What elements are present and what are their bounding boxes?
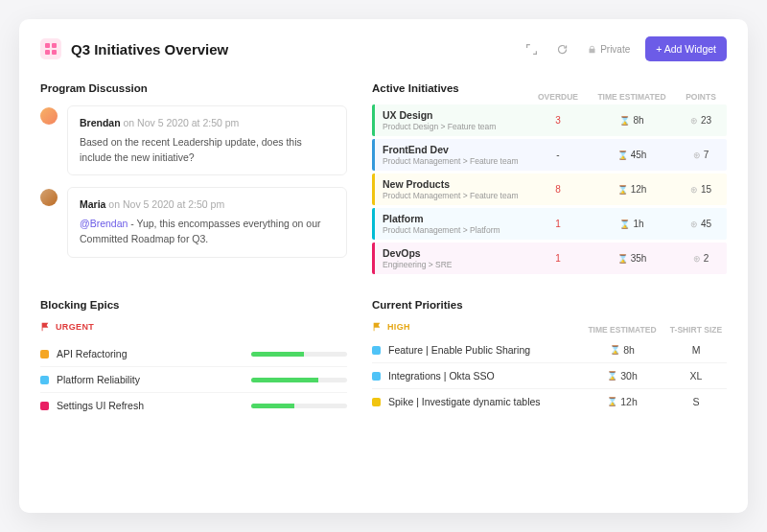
- overdue-value: 3: [527, 115, 589, 126]
- initiative-row[interactable]: PlatformProduct Management > Platform 1 …: [372, 208, 727, 240]
- time-value: ⌛12h: [589, 184, 675, 195]
- points-value: ⊛2: [675, 253, 727, 264]
- color-swatch: [40, 376, 49, 384]
- points-icon: ⊛: [690, 116, 698, 126]
- hourglass-icon: ⌛: [610, 345, 620, 355]
- points-value: ⊛7: [675, 150, 727, 160]
- time-value: ⌛12h: [579, 396, 665, 407]
- active-initiatives-panel: Active Initiatives OVERDUE TIME ESTIMATE…: [372, 82, 727, 274]
- points-icon: ⊛: [693, 254, 701, 264]
- time-value: ⌛1h: [589, 219, 675, 229]
- initiative-row[interactable]: New ProductsProduct Management > Feature…: [372, 173, 727, 205]
- hourglass-icon: ⌛: [619, 116, 630, 126]
- size-value: M: [665, 344, 727, 356]
- time-value: ⌛8h: [579, 344, 665, 356]
- page-title: Q3 Initiatives Overview: [71, 41, 228, 58]
- comment-body: Based on the recent Leadership update, d…: [80, 135, 335, 166]
- mention[interactable]: @Brendan: [80, 218, 128, 229]
- hourglass-icon: ⌛: [617, 185, 628, 195]
- overdue-value: 1: [527, 219, 589, 229]
- lock-icon: [588, 45, 596, 54]
- flag-icon: [40, 322, 50, 332]
- avatar: [40, 189, 58, 206]
- svg-rect-2: [45, 50, 50, 55]
- points-value: ⊛23: [675, 115, 727, 126]
- avatar: [40, 107, 58, 125]
- header: Q3 Initiatives Overview Private + Add Wi…: [40, 36, 727, 61]
- comment: Brendan on Nov 5 2020 at 2:50 pm Based o…: [40, 105, 347, 175]
- points-value: ⊛45: [675, 219, 727, 229]
- priority-row[interactable]: Feature | Enable Public Sharing ⌛8h M: [372, 337, 727, 363]
- progress-bar: [251, 404, 347, 408]
- hourglass-icon: ⌛: [617, 254, 628, 264]
- hourglass-icon: ⌛: [607, 397, 617, 406]
- size-value: S: [665, 396, 727, 407]
- section-title: Blocking Epics: [40, 299, 347, 311]
- comment-time: on Nov 5 2020 at 2:50 pm: [108, 198, 224, 210]
- points-icon: ⊛: [690, 220, 698, 229]
- epic-row[interactable]: API Refactoring: [40, 341, 347, 367]
- hourglass-icon: ⌛: [617, 150, 628, 160]
- comment-body: @Brendan - Yup, this encompasses everyth…: [80, 217, 335, 247]
- initiative-row[interactable]: DevOpsEngineering > SRE 1 ⌛35h ⊛2: [372, 243, 727, 274]
- progress-bar: [251, 378, 347, 382]
- flag-icon: [372, 322, 382, 332]
- hourglass-icon: ⌛: [619, 220, 630, 229]
- progress-bar: [251, 352, 347, 357]
- priority-row[interactable]: Integrations | Okta SSO ⌛30h XL: [372, 363, 727, 389]
- dashboard-card: Q3 Initiatives Overview Private + Add Wi…: [19, 19, 748, 513]
- priority-row[interactable]: Spike | Investigate dynamic tables ⌛12h …: [372, 389, 727, 414]
- add-widget-button[interactable]: + Add Widget: [645, 36, 727, 61]
- color-swatch: [372, 372, 381, 381]
- initiative-row[interactable]: FrontEnd DevProduct Management > Feature…: [372, 139, 727, 171]
- epic-row[interactable]: Platform Reliability: [40, 367, 347, 393]
- expand-button[interactable]: [521, 38, 542, 59]
- col-overdue: OVERDUE: [527, 92, 589, 102]
- time-value: ⌛45h: [589, 150, 675, 160]
- section-title: Active Initiatives: [372, 82, 527, 94]
- current-priorities-panel: Current Priorities HIGH TIME ESTIMATED T…: [372, 299, 727, 418]
- color-swatch: [372, 346, 381, 355]
- epic-row[interactable]: Settings UI Refresh: [40, 393, 347, 418]
- time-value: ⌛35h: [589, 253, 675, 264]
- col-points: POINTS: [675, 92, 727, 102]
- privacy-indicator[interactable]: Private: [582, 44, 636, 55]
- comment: Maria on Nov 5 2020 at 2:50 pm @Brendan …: [40, 187, 347, 257]
- svg-rect-1: [52, 43, 57, 48]
- time-value: ⌛8h: [589, 115, 675, 126]
- color-swatch: [40, 350, 49, 359]
- section-title: Program Discussion: [40, 82, 347, 94]
- blocking-epics-panel: Blocking Epics URGENT API Refactoring Pl…: [40, 299, 347, 418]
- comment-author: Brendan: [80, 117, 121, 128]
- comment-author: Maria: [80, 198, 105, 210]
- hourglass-icon: ⌛: [607, 371, 617, 381]
- refresh-button[interactable]: [551, 38, 572, 59]
- color-swatch: [40, 402, 49, 410]
- col-size: T-SHIRT SIZE: [665, 325, 727, 335]
- comment-time: on Nov 5 2020 at 2:50 pm: [124, 117, 240, 128]
- svg-rect-0: [45, 43, 50, 48]
- comment-bubble[interactable]: Brendan on Nov 5 2020 at 2:50 pm Based o…: [67, 105, 347, 175]
- app-icon: [40, 38, 61, 59]
- comment-bubble[interactable]: Maria on Nov 5 2020 at 2:50 pm @Brendan …: [67, 187, 347, 257]
- points-icon: ⊛: [693, 150, 701, 160]
- privacy-label: Private: [600, 44, 630, 55]
- priority-flag-urgent: URGENT: [40, 322, 347, 332]
- points-value: ⊛15: [675, 184, 727, 195]
- time-value: ⌛30h: [579, 370, 665, 382]
- col-time: TIME ESTIMATED: [589, 92, 675, 102]
- svg-rect-3: [52, 50, 57, 55]
- overdue-value: -: [527, 150, 589, 160]
- overdue-value: 8: [527, 184, 589, 195]
- program-discussion-panel: Program Discussion Brendan on Nov 5 2020…: [40, 82, 347, 274]
- priority-flag-high: HIGH: [372, 322, 579, 332]
- initiative-row[interactable]: UX DesignProduct Design > Feature team 3…: [372, 104, 727, 136]
- points-icon: ⊛: [690, 185, 698, 195]
- col-time: TIME ESTIMATED: [579, 325, 665, 335]
- overdue-value: 1: [527, 253, 589, 264]
- size-value: XL: [665, 370, 727, 382]
- section-title: Current Priorities: [372, 299, 727, 311]
- color-swatch: [372, 398, 381, 406]
